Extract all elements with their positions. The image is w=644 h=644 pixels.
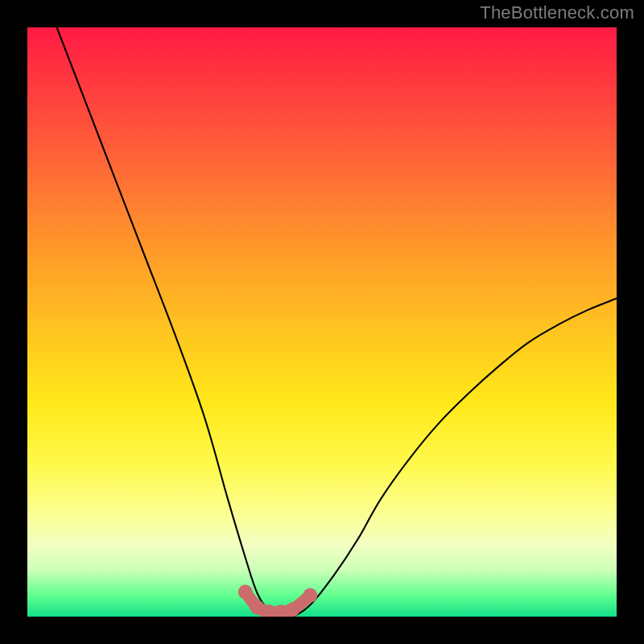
- chart-frame: TheBottleneck.com: [0, 0, 644, 644]
- watermark-text: TheBottleneck.com: [480, 2, 634, 23]
- plot-area: [27, 27, 617, 617]
- svg-point-0: [238, 584, 253, 599]
- svg-point-5: [303, 588, 317, 603]
- bottleneck-curve: [57, 27, 617, 617]
- curve-svg: [27, 27, 617, 617]
- svg-point-4: [285, 602, 299, 617]
